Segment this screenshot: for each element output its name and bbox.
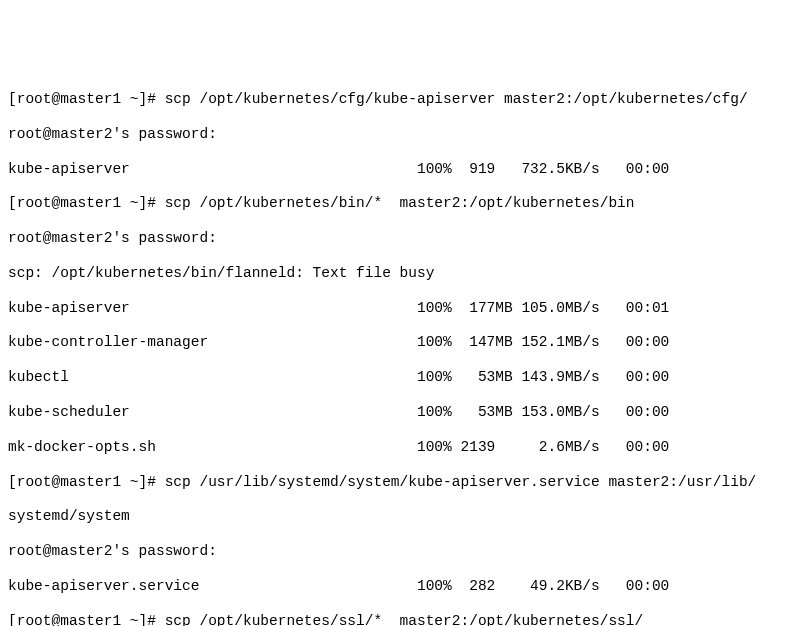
terminal-output[interactable]: [root@master1 ~]# scp /opt/kubernetes/cf… <box>8 74 791 626</box>
prompt-command: [root@master1 ~]# scp /opt/kubernetes/ss… <box>8 613 791 626</box>
scp-progress: kube-controller-manager 100% 147MB 152.1… <box>8 334 791 351</box>
password-prompt: root@master2's password: <box>8 126 791 143</box>
prompt-command: [root@master1 ~]# scp /usr/lib/systemd/s… <box>8 474 791 491</box>
prompt-command: [root@master1 ~]# scp /opt/kubernetes/bi… <box>8 195 791 212</box>
password-prompt: root@master2's password: <box>8 230 791 247</box>
password-prompt: root@master2's password: <box>8 543 791 560</box>
scp-progress: kube-apiserver.service 100% 282 49.2KB/s… <box>8 578 791 595</box>
prompt-command: [root@master1 ~]# scp /opt/kubernetes/cf… <box>8 91 791 108</box>
scp-progress: kube-apiserver 100% 177MB 105.0MB/s 00:0… <box>8 300 791 317</box>
scp-progress: mk-docker-opts.sh 100% 2139 2.6MB/s 00:0… <box>8 439 791 456</box>
scp-error: scp: /opt/kubernetes/bin/flanneld: Text … <box>8 265 791 282</box>
scp-progress: kube-apiserver 100% 919 732.5KB/s 00:00 <box>8 161 791 178</box>
prompt-command-contd: systemd/system <box>8 508 791 525</box>
scp-progress: kube-scheduler 100% 53MB 153.0MB/s 00:00 <box>8 404 791 421</box>
scp-progress: kubectl 100% 53MB 143.9MB/s 00:00 <box>8 369 791 386</box>
